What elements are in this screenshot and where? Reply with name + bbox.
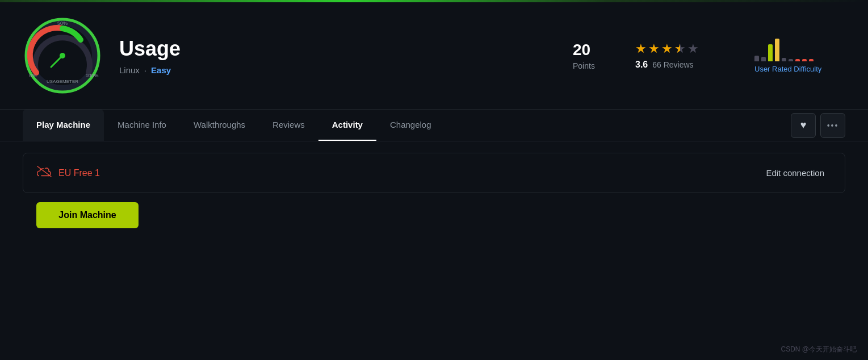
- tab-reviews[interactable]: Reviews: [259, 110, 318, 141]
- diff-bar-7: [795, 59, 800, 61]
- nav-actions: ♥ •••: [791, 113, 845, 138]
- diff-bar-3: [768, 44, 773, 61]
- diff-bar-4: [775, 39, 779, 61]
- more-icon: •••: [827, 121, 839, 130]
- header-section: 0% 50% 100% USAGEMETER Usage Linux · Eas…: [0, 2, 868, 110]
- svg-point-7: [60, 53, 65, 58]
- connection-left: EU Free 1: [37, 166, 100, 181]
- machine-meta: Linux · Easy: [119, 65, 556, 75]
- watermark: CSDN @今天开始奋斗吧: [781, 345, 857, 354]
- difficulty-chart-label: User Rated Difficulty: [754, 65, 821, 73]
- difficulty-bars: [754, 39, 814, 61]
- tab-machine-info[interactable]: Machine Info: [104, 110, 180, 141]
- points-number: 20: [573, 41, 590, 59]
- meta-os: Linux: [119, 65, 140, 75]
- meta-dot: ·: [144, 65, 146, 75]
- points-label: Points: [573, 61, 595, 70]
- edit-connection-button[interactable]: Edit connection: [759, 165, 831, 181]
- svg-text:0%: 0%: [29, 73, 36, 78]
- machine-title: Usage: [119, 37, 556, 61]
- star-4-half: ★ ★: [674, 41, 686, 56]
- more-options-button[interactable]: •••: [820, 113, 845, 138]
- content-area: EU Free 1 Edit connection Join Machine: [0, 141, 868, 249]
- nav-tabs: Play Machine Machine Info Walkthroughs R…: [23, 110, 791, 141]
- meta-difficulty: Easy: [151, 65, 171, 75]
- diff-bar-1: [754, 56, 759, 61]
- points-section: 20 Points: [573, 41, 618, 70]
- connection-card: EU Free 1 Edit connection: [23, 153, 845, 193]
- gauge-container: 0% 50% 100% USAGEMETER: [23, 16, 102, 95]
- tab-changelog[interactable]: Changelog: [376, 110, 445, 141]
- title-area: Usage Linux · Easy: [119, 37, 556, 75]
- join-section: Join Machine: [23, 193, 845, 237]
- rating-number: 3.6: [635, 60, 648, 70]
- svg-text:USAGEMETER: USAGEMETER: [47, 79, 78, 84]
- star-5: ★: [687, 41, 699, 56]
- join-machine-button[interactable]: Join Machine: [36, 202, 139, 228]
- tab-activity[interactable]: Activity: [318, 110, 376, 141]
- diff-bar-2: [761, 57, 766, 61]
- tab-play-machine[interactable]: Play Machine: [23, 110, 104, 141]
- diff-bar-8: [802, 59, 807, 61]
- tab-walkthroughs[interactable]: Walkthroughs: [180, 110, 259, 141]
- star-2: ★: [648, 41, 660, 56]
- favorite-button[interactable]: ♥: [791, 113, 816, 138]
- svg-text:100%: 100%: [85, 73, 98, 78]
- star-3: ★: [661, 41, 673, 56]
- diff-bar-6: [789, 59, 793, 61]
- heart-icon: ♥: [800, 119, 807, 131]
- diff-bar-5: [782, 58, 786, 61]
- rating-detail: 3.6 66 Reviews: [635, 60, 694, 70]
- cloud-off-icon: [37, 166, 52, 181]
- rating-section: ★ ★ ★ ★ ★ ★ 3.6 66 Reviews: [635, 41, 737, 70]
- star-1: ★: [635, 41, 647, 56]
- nav-section: Play Machine Machine Info Walkthroughs R…: [0, 110, 868, 141]
- reviews-text: 66 Reviews: [652, 60, 693, 69]
- connection-server-name: EU Free 1: [58, 168, 100, 178]
- svg-text:50%: 50%: [57, 20, 68, 26]
- stars-row: ★ ★ ★ ★ ★ ★: [635, 41, 699, 56]
- difficulty-section: User Rated Difficulty: [754, 39, 845, 73]
- diff-bar-9: [809, 59, 814, 61]
